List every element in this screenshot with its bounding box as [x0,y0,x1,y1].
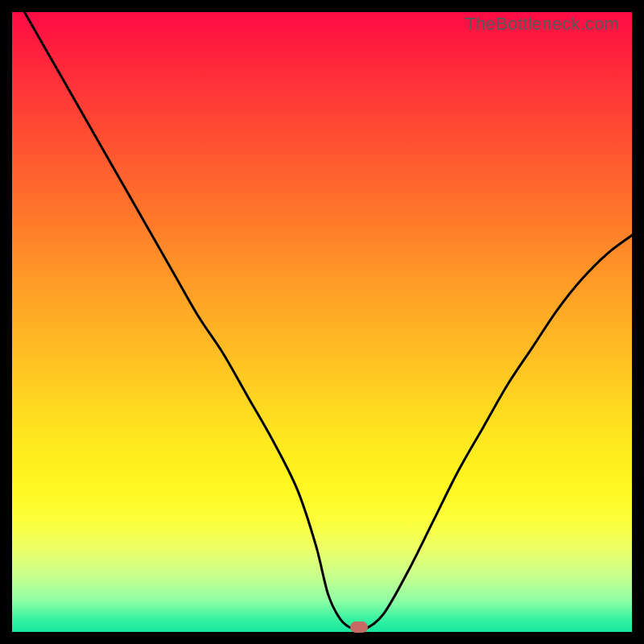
bottleneck-curve [12,12,632,632]
chart-frame: TheBottleneck.com [0,0,644,644]
optimal-point-marker [350,621,368,633]
plot-area: TheBottleneck.com [12,12,632,632]
curve-path [24,12,632,630]
